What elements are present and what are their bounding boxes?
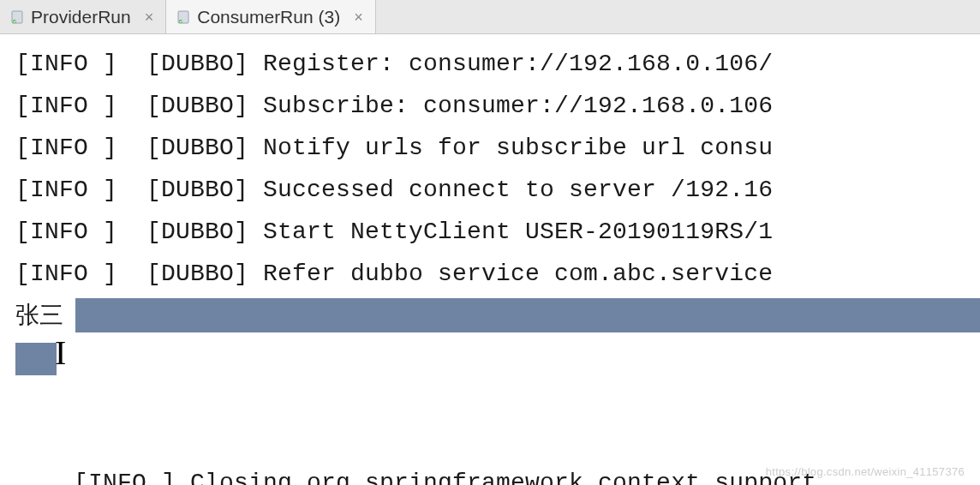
- close-icon[interactable]: ×: [350, 9, 367, 25]
- log-line: I [INFO ] Closing org.springframework.co…: [15, 336, 980, 485]
- text-selection-highlight: [15, 343, 57, 375]
- log-line: [INFO ] [DUBBO] Register: consumer://192…: [15, 43, 980, 85]
- log-line: [INFO ] [DUBBO] Notify urls for subscrib…: [15, 127, 980, 169]
- tab-bar: ProviderRun × ConsumerRun (3) ×: [0, 0, 980, 34]
- text-cursor-icon: I: [55, 336, 67, 370]
- console-output[interactable]: [INFO ] [DUBBO] Register: consumer://192…: [0, 34, 980, 485]
- tab-provider-run[interactable]: ProviderRun ×: [0, 0, 166, 33]
- tab-label: ProviderRun: [31, 7, 131, 27]
- text-selection-highlight: [75, 298, 980, 332]
- selected-text: 张三: [15, 299, 63, 332]
- tab-label: ConsumerRun (3): [197, 7, 340, 27]
- log-line: [INFO ] [DUBBO] Start NettyClient USER-2…: [15, 211, 980, 253]
- file-icon: [176, 9, 192, 25]
- file-icon: [10, 9, 26, 25]
- close-icon[interactable]: ×: [141, 9, 158, 25]
- log-line: [INFO ] [DUBBO] Successed connect to ser…: [15, 169, 980, 211]
- tab-consumer-run[interactable]: ConsumerRun (3) ×: [166, 0, 375, 33]
- log-line: [INFO ] [DUBBO] Subscribe: consumer://19…: [15, 85, 980, 127]
- watermark-text: https://blog.csdn.net/weixin_41157376: [766, 465, 965, 478]
- log-line: [INFO ] [DUBBO] Refer dubbo service com.…: [15, 253, 980, 295]
- selected-output-line: 张三: [15, 295, 980, 336]
